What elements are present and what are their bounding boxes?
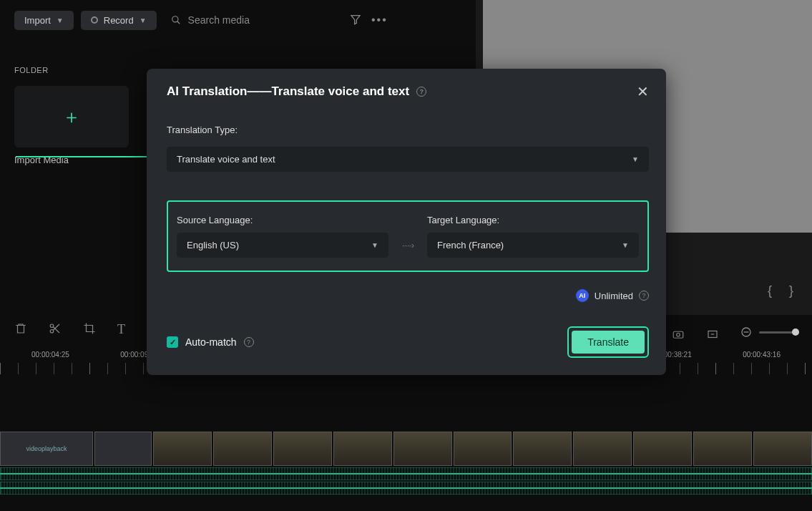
translate-button-highlight: Translate: [567, 326, 649, 358]
import-media-tile[interactable]: ＋: [14, 86, 129, 147]
target-language-select[interactable]: French (France) ▼: [427, 233, 639, 258]
dialog-title-text: AI Translation——Translate voice and text: [167, 84, 409, 99]
close-brace: }: [789, 283, 793, 298]
audio-waveform[interactable]: [0, 467, 812, 480]
import-button[interactable]: Import ▼: [14, 11, 74, 30]
video-clip[interactable]: videoplayback: [0, 432, 93, 466]
time-label: 00:00:04:25: [31, 351, 69, 359]
help-icon[interactable]: ?: [639, 291, 649, 301]
chevron-down-icon: ▼: [57, 16, 64, 24]
video-clip[interactable]: [213, 432, 272, 466]
translation-type-section: Translation Type: Translate voice and te…: [167, 125, 649, 172]
video-clip[interactable]: [633, 432, 692, 466]
record-icon: [91, 16, 98, 24]
search-input-wrap[interactable]: Search media: [164, 10, 257, 30]
translation-type-select[interactable]: Translate voice and text ▼: [167, 147, 649, 172]
video-clip[interactable]: [333, 432, 392, 466]
language-section-highlight: Source Language: Target Language: Englis…: [167, 200, 649, 272]
time-label: 00:00:43:16: [743, 351, 781, 359]
arrow-right-icon: ·····›: [397, 240, 419, 250]
video-clip[interactable]: [393, 432, 452, 466]
svg-point-3: [50, 324, 54, 328]
clips-row[interactable]: videoplayback: [0, 432, 812, 466]
unlimited-label: Unlimited: [595, 291, 633, 301]
svg-marker-2: [351, 16, 360, 24]
chevron-down-icon: ▼: [632, 155, 639, 163]
svg-point-8: [677, 334, 680, 337]
svg-line-5: [53, 324, 59, 330]
source-language-value: English (US): [187, 240, 239, 250]
help-icon[interactable]: ?: [244, 337, 254, 347]
toolbar-extra: •••: [350, 14, 388, 26]
record-label: Record: [104, 15, 134, 26]
video-clip[interactable]: [153, 432, 212, 466]
ai-translation-dialog: AI Translation——Translate voice and text…: [147, 69, 666, 375]
translate-button-label: Translate: [587, 336, 629, 348]
trash-icon[interactable]: [14, 322, 27, 335]
zoom-slider[interactable]: [759, 331, 799, 334]
automatch-checkbox[interactable]: ✓ Auto-match ?: [167, 336, 254, 348]
audio-waveform[interactable]: [0, 482, 812, 495]
dialog-title: AI Translation——Translate voice and text…: [167, 84, 426, 99]
zoom-thumb[interactable]: [792, 328, 799, 336]
svg-point-4: [50, 330, 54, 334]
video-clip[interactable]: [94, 432, 152, 466]
camera-icon[interactable]: [672, 328, 685, 341]
video-clip[interactable]: [454, 432, 512, 466]
unlimited-badge-row: AI Unlimited ?: [167, 289, 649, 302]
import-label: Import: [24, 15, 51, 26]
crop-icon[interactable]: [83, 322, 96, 335]
svg-rect-7: [673, 331, 683, 338]
search-icon: [171, 15, 181, 25]
dialog-header: AI Translation——Translate voice and text…: [167, 83, 649, 100]
video-clip[interactable]: [513, 432, 572, 466]
ai-icon: AI: [576, 289, 589, 302]
annotation-arrow: [16, 152, 160, 161]
translate-button[interactable]: Translate: [572, 331, 645, 354]
svg-point-0: [172, 16, 177, 22]
zoom-out-icon[interactable]: [740, 326, 752, 338]
close-icon[interactable]: ✕: [637, 83, 649, 100]
text-tool-icon[interactable]: T: [117, 322, 130, 335]
help-icon[interactable]: ?: [416, 87, 426, 97]
video-clip[interactable]: [273, 432, 332, 466]
video-clip[interactable]: [573, 432, 632, 466]
zoom-control[interactable]: [740, 326, 799, 338]
translation-type-value: Translate voice and text: [177, 154, 275, 165]
search-placeholder: Search media: [188, 14, 250, 26]
chevron-down-icon: ▼: [140, 16, 147, 24]
timeline-extra-icons: [672, 328, 719, 341]
target-language-label: Target Language:: [427, 215, 639, 225]
more-icon[interactable]: •••: [371, 14, 388, 26]
filter-icon[interactable]: [350, 14, 361, 25]
braces-indicator: { }: [768, 283, 793, 298]
chevron-down-icon: ▼: [371, 241, 378, 249]
chevron-down-icon: ▼: [622, 241, 629, 249]
record-button[interactable]: Record ▼: [81, 11, 157, 30]
source-language-select[interactable]: English (US) ▼: [177, 233, 388, 258]
video-clip[interactable]: [753, 432, 812, 466]
svg-line-1: [177, 21, 180, 24]
svg-line-6: [53, 327, 59, 333]
check-icon: ✓: [167, 336, 178, 348]
video-clip[interactable]: [693, 432, 752, 466]
fit-icon[interactable]: [706, 328, 719, 341]
edit-tool-row: T: [14, 322, 130, 335]
automatch-label: Auto-match: [185, 336, 237, 348]
translation-type-label: Translation Type:: [167, 125, 649, 135]
plus-icon: ＋: [62, 104, 81, 130]
open-brace: {: [768, 283, 772, 298]
dialog-footer: ✓ Auto-match ? Translate: [167, 326, 649, 358]
source-language-label: Source Language:: [177, 215, 388, 225]
scissors-icon[interactable]: [49, 322, 62, 335]
target-language-value: French (France): [437, 240, 504, 250]
clip-filename: videoplayback: [26, 445, 67, 452]
